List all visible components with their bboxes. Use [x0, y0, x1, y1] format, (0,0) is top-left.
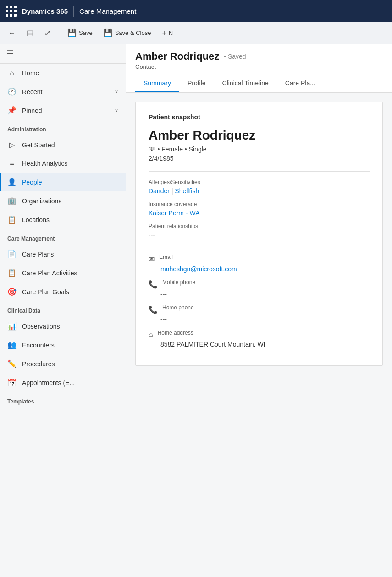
back-icon: ←	[8, 29, 16, 37]
sidebar-item-observations[interactable]: 📊 Observations	[0, 317, 126, 336]
record-icon: ▤	[27, 28, 33, 37]
tab-clinical-timeline[interactable]: Clinical Timeline	[214, 75, 277, 92]
section-templates: Templates	[0, 392, 126, 408]
recent-chevron: ∨	[115, 89, 118, 95]
new-button[interactable]: + N	[157, 26, 177, 40]
care-plan-activities-label: Care Plan Activities	[22, 269, 77, 277]
organizations-icon: 🏢	[7, 196, 17, 205]
sidebar-item-encounters[interactable]: 👥 Encounters	[0, 336, 126, 354]
allergy-dander[interactable]: Dander	[149, 187, 170, 195]
main-layout: ☰ ⌂ Home 🕐 Recent ∨ 📌 Pinned ∨ Administr…	[0, 44, 392, 577]
insurance-label: Insurance coverage	[149, 201, 370, 207]
observations-icon: 📊	[7, 322, 17, 331]
encounters-icon: 👥	[7, 341, 17, 349]
locations-icon: 📋	[7, 215, 17, 224]
home-phone-value: ---	[160, 316, 370, 323]
sidebar-item-organizations[interactable]: 🏢 Organizations	[0, 191, 126, 210]
sidebar-item-procedures[interactable]: ✏️ Procedures	[0, 354, 126, 373]
section-care-management: Care Management	[0, 229, 126, 245]
care-plans-icon: 📄	[7, 250, 17, 258]
sidebar-item-care-plan-goals[interactable]: 🎯 Care Plan Goals	[0, 282, 126, 301]
sidebar-top-controls: ☰	[0, 44, 126, 64]
sidebar-item-locations[interactable]: 📋 Locations	[0, 210, 126, 229]
home-phone-icon: 📞	[149, 305, 158, 314]
save-close-icon: 💾	[104, 28, 113, 37]
snapshot-title: Patient snapshot	[149, 113, 370, 121]
sidebar-item-care-plan-activities[interactable]: 📋 Care Plan Activities	[0, 263, 126, 282]
record-name: Amber Rodriquez	[135, 50, 219, 62]
allergies-value: Dander | Shellfish	[149, 187, 370, 195]
patient-marital-status: Single	[189, 146, 207, 153]
mobile-label: Mobile phone	[162, 279, 195, 286]
record-type: Contact	[135, 63, 383, 70]
insurance-value: Kaiser Perm - WA	[149, 209, 370, 217]
pinned-chevron: ∨	[115, 107, 118, 113]
patient-age: 38	[149, 146, 156, 153]
sidebar-item-home[interactable]: ⌂ Home	[0, 64, 126, 82]
pinned-label: Pinned	[22, 107, 42, 114]
allergy-shellfish[interactable]: Shellfish	[175, 187, 199, 195]
home-address-icon: ⌂	[149, 331, 153, 339]
record-header: Amber Rodriquez - Saved Contact Summary …	[126, 44, 392, 93]
tab-summary[interactable]: Summary	[135, 75, 179, 92]
mobile-icon: 📞	[149, 280, 158, 289]
procedures-label: Procedures	[22, 360, 55, 368]
patient-meta: 38 • Female • Single	[149, 146, 370, 153]
recent-icon: 🕐	[7, 87, 17, 96]
patient-gender: Female	[161, 146, 183, 153]
home-label: Home	[22, 69, 39, 77]
tab-care-plan[interactable]: Care Pla...	[277, 75, 324, 92]
relationships-label: Patient relationships	[149, 223, 370, 230]
save-button[interactable]: 💾 Save	[63, 26, 97, 40]
mobile-block: 📞 Mobile phone ---	[149, 279, 370, 298]
sidebar-item-get-started[interactable]: ▷ Get Started	[0, 135, 126, 154]
care-plan-goals-label: Care Plan Goals	[22, 288, 69, 296]
tab-profile[interactable]: Profile	[179, 75, 214, 92]
home-phone-block: 📞 Home phone ---	[149, 304, 370, 323]
sidebar-item-pinned[interactable]: 📌 Pinned ∨	[0, 101, 126, 120]
email-label: Email	[159, 254, 173, 260]
record-view-button[interactable]: ▤	[22, 26, 38, 40]
get-started-icon: ▷	[7, 140, 17, 149]
sidebar-item-health-analytics[interactable]: ≡ Health Analytics	[0, 154, 126, 173]
back-button[interactable]: ←	[4, 26, 20, 40]
top-bar: Dynamics 365 Care Management	[0, 0, 392, 22]
home-address-row: ⌂ Home address	[149, 330, 370, 339]
save-close-button[interactable]: 💾 Save & Close	[99, 26, 156, 40]
mobile-row: 📞 Mobile phone	[149, 279, 370, 289]
record-tabs: Summary Profile Clinical Timeline Care P…	[135, 75, 383, 92]
sidebar-item-people[interactable]: 👤 People	[0, 173, 126, 191]
save-icon: 💾	[67, 28, 77, 37]
hamburger-icon[interactable]: ☰	[6, 49, 14, 58]
care-plan-goals-icon: 🎯	[7, 287, 17, 296]
email-value[interactable]: maheshgn@microsoft.com	[160, 265, 237, 273]
save-close-label: Save & Close	[115, 29, 151, 36]
organizations-label: Organizations	[22, 197, 61, 205]
appointments-icon: 📅	[7, 378, 17, 387]
home-phone-label: Home phone	[162, 304, 194, 311]
divider-1	[149, 171, 370, 172]
save-label: Save	[79, 29, 93, 36]
home-icon: ⌂	[7, 69, 17, 77]
observations-label: Observations	[22, 323, 60, 330]
email-row: ✉ Email	[149, 254, 370, 263]
sidebar-item-care-plans[interactable]: 📄 Care Plans	[0, 245, 126, 263]
content-area: Amber Rodriquez - Saved Contact Summary …	[126, 44, 392, 577]
relationships-value: ---	[149, 231, 370, 239]
sidebar-item-appointments[interactable]: 📅 Appointments (E...	[0, 373, 126, 392]
section-clinical-data: Clinical Data	[0, 301, 126, 317]
popout-button[interactable]: ⤢	[40, 26, 55, 40]
care-plan-activities-icon: 📋	[7, 269, 17, 277]
app-title: Dynamics 365	[22, 7, 68, 15]
people-label: People	[22, 179, 42, 186]
patient-dob: 2/4/1985	[149, 155, 370, 162]
insurance-link[interactable]: Kaiser Perm - WA	[149, 209, 200, 217]
encounters-label: Encounters	[22, 342, 55, 349]
toolbar: ← ▤ ⤢ 💾 Save 💾 Save & Close + N	[0, 22, 392, 44]
sidebar-item-recent[interactable]: 🕐 Recent ∨	[0, 82, 126, 101]
app-launcher-icon[interactable]	[6, 6, 17, 17]
appointments-label: Appointments (E...	[22, 379, 75, 387]
record-name-row: Amber Rodriquez - Saved	[135, 50, 383, 62]
home-address-label: Home address	[158, 330, 193, 336]
locations-label: Locations	[22, 216, 50, 224]
